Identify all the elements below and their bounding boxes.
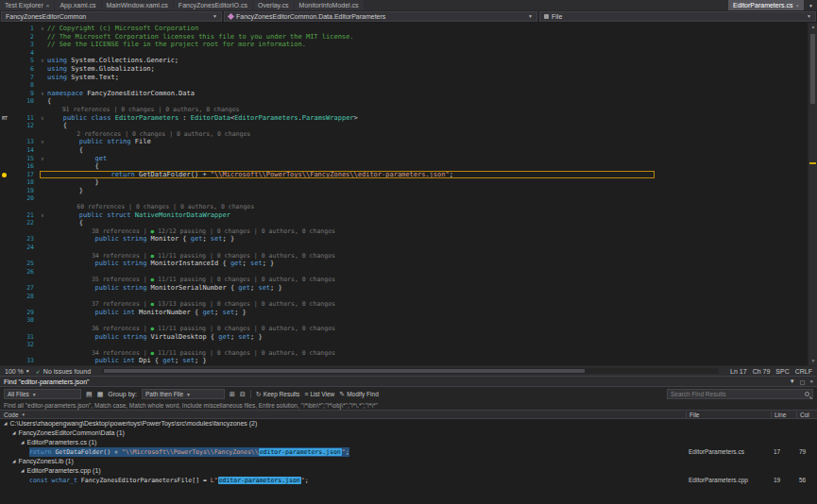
code-line[interactable]: 16 { [0, 162, 808, 171]
breakpoint-margin[interactable] [0, 146, 15, 155]
breakpoint-margin[interactable]: RT [0, 114, 15, 123]
codelens-row[interactable]: 35 references | ● 11/11 passing | 0 chan… [0, 276, 808, 284]
code-line[interactable]: 5∨using System.Collections.Generic; [0, 57, 808, 65]
breakpoint-margin[interactable] [0, 81, 15, 90]
breakpoint-margin[interactable] [0, 187, 15, 195]
fold-chevron-icon[interactable]: ∨ [38, 138, 47, 146]
column-header-line[interactable]: Line [771, 412, 796, 418]
fold-chevron-icon[interactable]: ∨ [38, 155, 47, 163]
codelens-row[interactable]: 36 references | ● 11/11 passing | 0 chan… [0, 325, 808, 333]
breakpoint-margin[interactable] [0, 293, 15, 301]
column-header-col[interactable]: Col [796, 412, 817, 418]
breakpoint-margin[interactable] [0, 171, 15, 179]
line-indicator[interactable]: Ln 17 [730, 368, 747, 375]
breakpoint-margin[interactable] [0, 194, 15, 203]
fold-chevron-icon[interactable]: ∨ [38, 211, 47, 220]
code-editor[interactable]: 1∨// Copyright (c) Microsoft Corporation… [0, 23, 817, 365]
codelens-row[interactable]: 91 references | 0 changes | 0 authors, 0… [0, 106, 808, 114]
codelens-row[interactable]: 34 references | ● 11/11 passing | 0 chan… [0, 349, 808, 358]
search-icon[interactable] [805, 392, 809, 396]
expander-icon[interactable]: ◢ [12, 428, 15, 438]
breakpoint-margin[interactable] [0, 65, 15, 74]
breakpoint-margin[interactable] [0, 341, 15, 349]
code-line[interactable]: 2// The Microsoft Corporation licenses t… [0, 33, 808, 42]
breakpoint-margin[interactable] [0, 300, 15, 309]
keep-results-button[interactable]: ↻ Keep Results [256, 391, 300, 398]
list-view-button[interactable]: ≡ List View [304, 391, 334, 397]
code-line[interactable]: 15∨ get [0, 155, 808, 163]
tab-test-explorer[interactable]: Test Explorer × [0, 0, 54, 10]
tab-list-dropdown-icon[interactable]: ▼ [805, 0, 817, 10]
code-line[interactable]: 30 [0, 316, 808, 325]
code-line[interactable]: 22 { [0, 219, 808, 227]
expander-icon[interactable]: ◢ [12, 457, 15, 466]
scope-dropdown[interactable]: All Files ▼ [4, 389, 81, 399]
fold-chevron-icon[interactable]: ∨ [38, 57, 47, 65]
find-group-row[interactable]: ◢EditorParameters.cpp (1) [0, 466, 817, 476]
breakpoint-margin[interactable] [0, 260, 15, 268]
code-line[interactable]: 25 public string MonitorInstanceId { get… [0, 260, 808, 268]
code-line[interactable]: 1∨// Copyright (c) Microsoft Corporation [0, 25, 808, 33]
member-dropdown[interactable]: File ▼ [539, 11, 816, 22]
breakpoint-margin[interactable] [0, 227, 15, 236]
code-line[interactable]: 18 } [0, 178, 808, 187]
breakpoint-margin[interactable] [0, 122, 15, 130]
lightbulb-icon[interactable] [2, 173, 7, 177]
breakpoint-margin[interactable] [0, 268, 15, 277]
close-icon[interactable]: × [46, 3, 50, 8]
code-line[interactable]: 21∨ public struct NativeMonitorDataWrapp… [0, 211, 808, 220]
breakpoint-margin[interactable] [0, 90, 15, 98]
code-line[interactable]: 26 [0, 268, 808, 277]
column-header-code[interactable]: Code ▼ [0, 412, 686, 418]
codelens-row[interactable]: 38 references | ● 12/12 passing | 0 chan… [0, 227, 808, 236]
codelens-row[interactable]: 34 references | ● 11/11 passing | 0 chan… [0, 252, 808, 260]
find-group-row[interactable]: ◢C:\Users\zhaopengwang\Desktop\powertoys… [0, 419, 817, 428]
tab-mainwindow-xaml-cs[interactable]: MainWindow.xaml.cs [102, 0, 173, 10]
breakpoint-margin[interactable] [0, 219, 15, 227]
breakpoint-margin[interactable] [0, 33, 15, 42]
code-line[interactable]: 32 [0, 341, 808, 349]
find-result-row[interactable]: const wchar_t FancyZonesEditorParameters… [0, 476, 817, 485]
editor-horizontal-scrollbar[interactable] [102, 368, 719, 374]
breakpoint-margin[interactable] [0, 357, 15, 365]
code-line[interactable]: 6using System.Globalization; [0, 65, 808, 74]
code-line[interactable]: 17 return GetDataFolder() + "\\Microsoft… [0, 171, 808, 179]
find-group-row[interactable]: ◢FancyZonesLib (1) [0, 457, 817, 466]
find-group-row[interactable]: ◢FancyZonesEditorCommon\Data (1) [0, 428, 817, 438]
code-line[interactable]: 12 { [0, 122, 808, 130]
breakpoint-margin[interactable] [0, 276, 15, 284]
expander-icon[interactable]: ◢ [4, 419, 7, 428]
search-find-results-input[interactable] [671, 391, 805, 397]
close-icon[interactable]: × [809, 378, 813, 384]
collapse-all-icon[interactable]: ⊟ [240, 391, 246, 398]
line-ending-indicator[interactable]: CRLF [795, 368, 812, 375]
tab-fancyzoneseditorio-cs[interactable]: FancyZonesEditorIO.cs [174, 0, 252, 10]
tab-editorparameters-cs-active[interactable]: EditorParameters.cs × [728, 0, 804, 10]
code-line[interactable]: 33 public int Dpi { get; set; } [0, 357, 808, 365]
column-header-file[interactable]: File [686, 412, 771, 418]
tab-overlay-cs[interactable]: Overlay.cs [253, 0, 294, 10]
breakpoint-margin[interactable] [0, 284, 15, 293]
column-indicator[interactable]: Ch 79 [753, 368, 771, 375]
scrollbar-thumb[interactable] [104, 369, 585, 373]
document-health-indicator[interactable]: ✓ No issues found [36, 368, 91, 375]
scroll-down-icon[interactable]: ▼ [808, 357, 817, 365]
breakpoint-margin[interactable] [0, 162, 15, 171]
breakpoint-margin[interactable] [0, 316, 15, 325]
spaces-indicator[interactable]: SPC [775, 368, 789, 375]
breakpoint-margin[interactable] [0, 244, 15, 252]
fold-chevron-icon[interactable]: ∨ [38, 90, 47, 98]
code-line[interactable]: 19 } [0, 187, 808, 195]
breakpoint-margin[interactable] [0, 130, 15, 139]
close-icon[interactable]: × [795, 3, 799, 8]
code-line[interactable]: 7using System.Text; [0, 74, 808, 82]
codelens-row[interactable]: 2 references | 0 changes | 0 authors, 0 … [0, 130, 808, 139]
breakpoint-margin[interactable] [0, 252, 15, 260]
breakpoint-margin[interactable] [0, 74, 15, 82]
breakpoint-margin[interactable] [0, 235, 15, 244]
breakpoint-margin[interactable] [0, 41, 15, 49]
breakpoint-margin[interactable] [0, 178, 15, 187]
code-line[interactable]: 24 [0, 244, 808, 252]
breakpoint-margin[interactable] [0, 325, 15, 333]
breakpoint-margin[interactable] [0, 97, 15, 106]
